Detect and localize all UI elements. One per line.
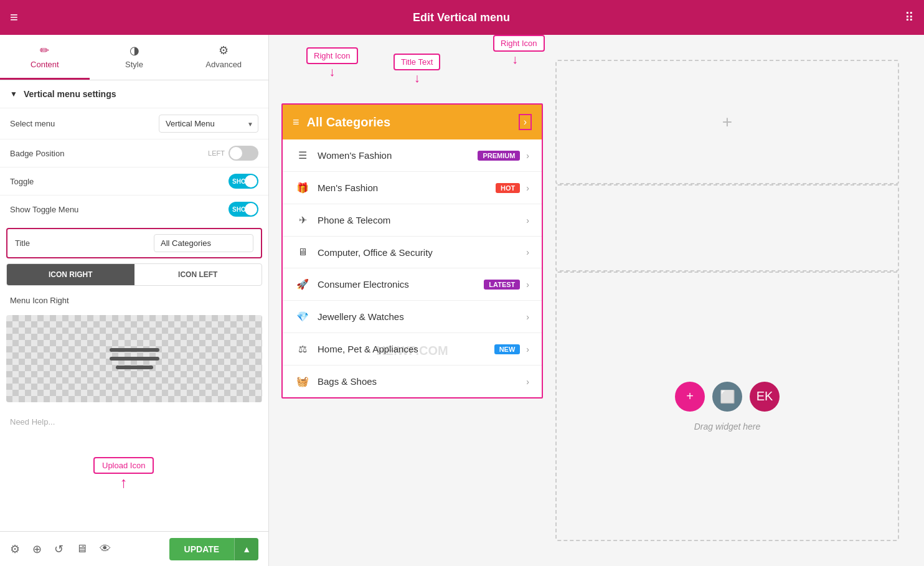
menu-icon-right-label: Menu Icon Right bbox=[0, 291, 268, 310]
badge-position-control: LEFT bbox=[134, 146, 259, 161]
tab-content[interactable]: ✏ Content bbox=[0, 35, 90, 80]
jewellery-text: Jewellery & Watches bbox=[318, 311, 526, 322]
annotation-right-icon-right-box: Right Icon bbox=[493, 35, 545, 52]
menu-item-electronics[interactable]: 🚀 Consumer Electronics LATEST › bbox=[283, 268, 542, 301]
womens-icon: ☰ bbox=[295, 149, 310, 161]
dropdown-wrap: Vertical Menu bbox=[159, 115, 258, 133]
tab-advanced[interactable]: ⚙ Advanced bbox=[179, 35, 268, 80]
toggle-switch[interactable]: SHOW bbox=[229, 174, 258, 189]
fab-row: + ⬜ EK bbox=[675, 382, 780, 412]
bags-icon: 🧺 bbox=[295, 375, 310, 387]
update-btn-wrap: UPDATE ▲ bbox=[169, 538, 258, 560]
toggle-knob bbox=[245, 175, 257, 187]
fab-add[interactable]: + bbox=[675, 382, 705, 412]
badge-position-toggle[interactable] bbox=[229, 146, 258, 161]
icon-tab-left[interactable]: ICON LEFT bbox=[134, 264, 262, 285]
annotation-arrow-3: ↓ bbox=[512, 53, 518, 65]
menu-header[interactable]: ≡ All Categories › bbox=[283, 105, 542, 139]
fab-user[interactable]: EK bbox=[750, 382, 780, 412]
womens-text: Women's Fashion bbox=[318, 150, 478, 161]
upload-icon-area: Need Help... bbox=[0, 407, 268, 432]
bottom-bar: ⚙ ⊕ ↺ 🖥 👁 UPDATE ▲ bbox=[0, 531, 268, 566]
main-layout: ✏ Content ◑ Style ⚙ Advanced ▼ Vertical … bbox=[0, 35, 924, 566]
show-toggle-control: SHOW bbox=[134, 202, 259, 217]
fab-folder[interactable]: ⬜ bbox=[712, 382, 742, 412]
icon-tabs: ICON RIGHT ICON LEFT bbox=[6, 263, 262, 286]
menu-item-jewellery[interactable]: 💎 Jewellery & Watches › bbox=[283, 301, 542, 333]
annotation-right-icon-right: Right Icon ↓ bbox=[493, 35, 545, 65]
title-input[interactable] bbox=[154, 234, 253, 252]
menu-header-title: All Categories bbox=[307, 115, 519, 130]
badge-toggle-knob bbox=[230, 147, 242, 159]
mens-text: Men's Fashion bbox=[318, 182, 496, 193]
sidebar: ✏ Content ◑ Style ⚙ Advanced ▼ Vertical … bbox=[0, 35, 269, 566]
electronics-chevron: › bbox=[526, 280, 529, 290]
section-header-label: Vertical menu settings bbox=[24, 89, 116, 99]
show-toggle-switch[interactable]: SHOW bbox=[229, 202, 258, 217]
home-badge: NEW bbox=[494, 344, 521, 354]
drag-widget-text: Drag widget here bbox=[694, 422, 761, 432]
right-top-zone[interactable]: + bbox=[555, 60, 899, 184]
mens-badge: HOT bbox=[496, 183, 520, 193]
title-row: Title bbox=[6, 228, 262, 258]
phone-text: Phone & Telecom bbox=[318, 215, 526, 225]
select-menu-label: Select menu bbox=[10, 119, 134, 128]
annotation-title-text-box: Title Text bbox=[394, 54, 440, 70]
menu-item-computer[interactable]: 🖥 Computer, Office & Security › bbox=[283, 237, 542, 268]
bags-chevron: › bbox=[526, 377, 529, 387]
menu-item-mens-fashion[interactable]: 🎁 Men's Fashion HOT › bbox=[283, 172, 542, 204]
menu-item-phone[interactable]: ✈ Phone & Telecom › bbox=[283, 204, 542, 237]
computer-icon: 🖥 bbox=[295, 247, 310, 258]
sidebar-content: ▼ Vertical menu settings Select menu Ver… bbox=[0, 80, 268, 531]
badge-toggle-wrap: LEFT bbox=[208, 146, 258, 161]
electronics-icon: 🚀 bbox=[295, 278, 310, 290]
electronics-text: Consumer Electronics bbox=[318, 279, 484, 290]
mens-icon: 🎁 bbox=[295, 182, 310, 194]
icon-tab-right[interactable]: ICON RIGHT bbox=[7, 264, 134, 285]
content-icon: ✏ bbox=[40, 44, 49, 57]
advanced-icon: ⚙ bbox=[219, 44, 229, 57]
show-toggle-knob bbox=[245, 203, 257, 215]
menu-item-home[interactable]: ⚖ Home, Pet & Appliances NEW › bbox=[283, 333, 542, 366]
preview-icon[interactable]: 👁 bbox=[100, 542, 111, 555]
right-middle-zone bbox=[555, 184, 899, 271]
select-menu-dropdown[interactable]: Vertical Menu bbox=[159, 115, 258, 133]
history-icon[interactable]: ↺ bbox=[54, 542, 64, 556]
badge-position-row: Badge Position LEFT bbox=[0, 139, 268, 167]
tab-content-label: Content bbox=[31, 60, 59, 69]
image-placeholder[interactable] bbox=[6, 315, 262, 402]
show-toggle-wrap: SHOW bbox=[229, 202, 258, 217]
menu-item-womens-fashion[interactable]: ☰ Women's Fashion PREMIUM › bbox=[283, 139, 542, 172]
home-text: Home, Pet & Appliances bbox=[318, 344, 494, 354]
menu-widget: ≡ All Categories › ☰ Women's Fashion PRE… bbox=[281, 103, 543, 399]
menu-item-bags[interactable]: 🧺 Bags & Shoes › bbox=[283, 366, 542, 397]
womens-chevron: › bbox=[526, 151, 529, 161]
annotation-right-icon-left-box: Right Icon bbox=[306, 47, 358, 64]
annotation-arrow-2: ↓ bbox=[414, 72, 420, 84]
settings-icon[interactable]: ⚙ bbox=[10, 542, 20, 556]
home-icon: ⚖ bbox=[295, 343, 310, 355]
annotation-right-icon-left: Right Icon ↓ bbox=[306, 47, 358, 78]
annotation-arrow-1: ↓ bbox=[329, 65, 335, 78]
mens-chevron: › bbox=[526, 183, 529, 193]
section-header[interactable]: ▼ Vertical menu settings bbox=[0, 80, 268, 108]
badge-position-label: Badge Position bbox=[10, 149, 134, 158]
responsive-icon[interactable]: 🖥 bbox=[76, 542, 87, 555]
grid-icon[interactable]: ⠿ bbox=[905, 10, 914, 25]
jewellery-chevron: › bbox=[526, 312, 529, 322]
electronics-badge: LATEST bbox=[484, 280, 520, 290]
update-button[interactable]: UPDATE bbox=[169, 538, 235, 560]
menu-header-chevron: › bbox=[519, 114, 532, 130]
hamburger-icon[interactable]: ≡ bbox=[10, 9, 18, 26]
bottom-icons: ⚙ ⊕ ↺ 🖥 👁 bbox=[10, 542, 111, 556]
update-arrow-button[interactable]: ▲ bbox=[234, 538, 258, 560]
tab-advanced-label: Advanced bbox=[205, 60, 242, 69]
tab-style[interactable]: ◑ Style bbox=[90, 35, 179, 80]
phone-icon: ✈ bbox=[295, 214, 310, 226]
annotation-title-text: Title Text ↓ bbox=[394, 54, 440, 84]
layers-icon[interactable]: ⊕ bbox=[32, 542, 42, 556]
phone-chevron: › bbox=[526, 215, 529, 225]
toggle-label: Toggle bbox=[10, 177, 134, 186]
right-bottom-zone: + ⬜ EK Drag widget here bbox=[555, 271, 899, 541]
show-toggle-row: Show Toggle Menu SHOW bbox=[0, 195, 268, 223]
